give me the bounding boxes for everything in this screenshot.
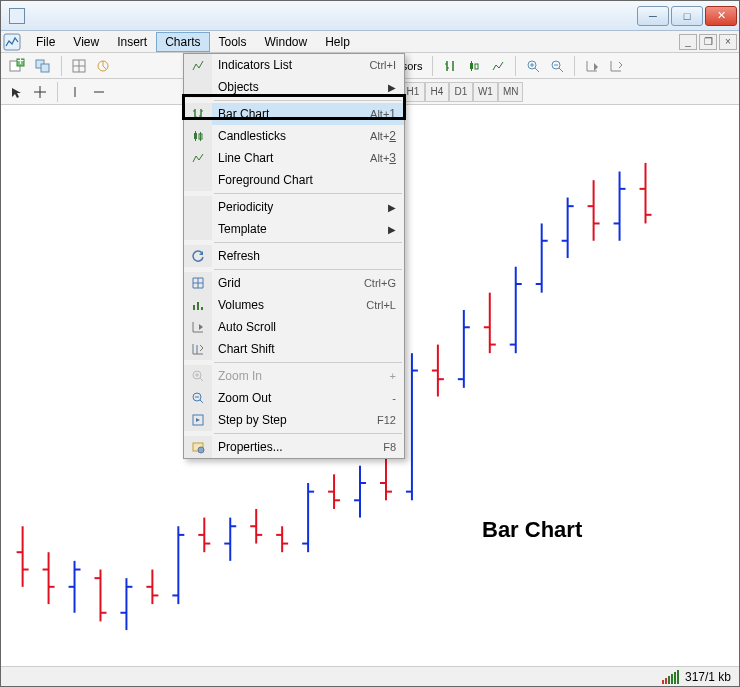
menuitem-indicators-list[interactable]: Indicators ListCtrl+I: [184, 54, 404, 76]
window-titlebar: ─ □ ✕: [1, 1, 739, 31]
refresh-icon: [184, 245, 212, 267]
timeframe-h4[interactable]: H4: [425, 82, 449, 102]
menu-help[interactable]: Help: [316, 32, 359, 52]
svg-line-126: [200, 400, 203, 403]
menuitem-label: Zoom Out: [218, 391, 392, 405]
submenu-arrow-icon: ▶: [388, 202, 396, 213]
properties-icon: [184, 436, 212, 458]
zoom-in-button[interactable]: [522, 55, 544, 77]
connection-text: 317/1 kb: [685, 670, 731, 684]
menuitem-label: Objects: [218, 80, 384, 94]
zoomin-icon: [184, 365, 212, 387]
new-chart-button[interactable]: +: [5, 55, 29, 77]
svg-line-26: [559, 68, 563, 72]
candlesticks-icon: [184, 125, 212, 147]
menu-charts[interactable]: Charts: [156, 32, 209, 52]
menuitem-objects[interactable]: Objects▶: [184, 76, 404, 98]
menuitem-label: Chart Shift: [218, 342, 396, 356]
menuitem-bar-chart[interactable]: Bar ChartAlt+1: [184, 103, 404, 125]
menu-view[interactable]: View: [64, 32, 108, 52]
close-button[interactable]: ✕: [705, 6, 737, 26]
chartshift-toolbtn[interactable]: [605, 55, 627, 77]
autoscroll-toolbtn[interactable]: [581, 55, 603, 77]
menuitem-grid[interactable]: GridCtrl+G: [184, 272, 404, 294]
menuitem-periodicity[interactable]: Periodicity▶: [184, 196, 404, 218]
navigator-button[interactable]: [92, 55, 114, 77]
annotation-label: Bar Chart: [482, 517, 582, 543]
cursor-button[interactable]: [5, 81, 27, 103]
menuitem-label: Line Chart: [218, 151, 370, 165]
menuitem-shortcut: Alt+3: [370, 151, 396, 165]
menuitem-shortcut: -: [392, 392, 396, 404]
menuitem-foreground-chart[interactable]: Foreground Chart: [184, 169, 404, 191]
menu-tools[interactable]: Tools: [210, 32, 256, 52]
volumes-icon: [184, 294, 212, 316]
indicators-icon: [184, 54, 212, 76]
menuitem-shortcut: Alt+1: [370, 107, 396, 121]
menuitem-template[interactable]: Template▶: [184, 218, 404, 240]
profiles-button[interactable]: [31, 55, 55, 77]
blank-icon: [184, 169, 212, 191]
menuitem-line-chart[interactable]: Line ChartAlt+3: [184, 147, 404, 169]
charts-menu-dropdown: Indicators ListCtrl+IObjects▶Bar ChartAl…: [183, 53, 405, 459]
menuitem-label: Refresh: [218, 249, 396, 263]
app-logo-icon: [3, 33, 21, 51]
step-icon: [184, 409, 212, 431]
menuitem-label: Auto Scroll: [218, 320, 396, 334]
svg-line-22: [535, 68, 539, 72]
timeframe-mn[interactable]: MN: [498, 82, 524, 102]
menu-window[interactable]: Window: [256, 32, 317, 52]
menuitem-volumes[interactable]: VolumesCtrl+L: [184, 294, 404, 316]
menuitem-shortcut: +: [390, 370, 396, 382]
status-bar: 317/1 kb: [1, 666, 739, 686]
menuitem-auto-scroll[interactable]: Auto Scroll: [184, 316, 404, 338]
svg-rect-5: [41, 64, 49, 72]
menuitem-refresh[interactable]: Refresh: [184, 245, 404, 267]
hline-button[interactable]: [88, 81, 110, 103]
blank-icon: [184, 218, 212, 240]
submenu-arrow-icon: ▶: [388, 224, 396, 235]
maximize-button[interactable]: □: [671, 6, 703, 26]
mdi-minimize-button[interactable]: _: [679, 34, 697, 50]
chartshift-icon: [184, 338, 212, 360]
candle-toolbtn[interactable]: [463, 55, 485, 77]
zoom-out-button[interactable]: [546, 55, 568, 77]
svg-line-11: [103, 66, 106, 69]
menuitem-label: Candlesticks: [218, 129, 370, 143]
market-watch-button[interactable]: [68, 55, 90, 77]
minimize-button[interactable]: ─: [637, 6, 669, 26]
mdi-restore-button[interactable]: ❐: [699, 34, 717, 50]
menuitem-label: Indicators List: [218, 58, 369, 72]
bar-chart-toolbtn[interactable]: [439, 55, 461, 77]
menuitem-label: Grid: [218, 276, 364, 290]
menu-file[interactable]: File: [27, 32, 64, 52]
menuitem-shortcut: Ctrl+G: [364, 277, 396, 289]
menuitem-chart-shift[interactable]: Chart Shift: [184, 338, 404, 360]
mdi-close-button[interactable]: ×: [719, 34, 737, 50]
zoomout-icon: [184, 387, 212, 409]
grid-icon: [184, 272, 212, 294]
menuitem-label: Step by Step: [218, 413, 377, 427]
svg-line-122: [200, 378, 203, 381]
svg-point-130: [198, 447, 204, 453]
svg-text:+: +: [17, 58, 24, 68]
menuitem-step-by-step[interactable]: Step by StepF12: [184, 409, 404, 431]
timeframe-w1[interactable]: W1: [473, 82, 498, 102]
menuitem-label: Properties...: [218, 440, 383, 454]
menuitem-shortcut: Alt+2: [370, 129, 396, 143]
menu-insert[interactable]: Insert: [108, 32, 156, 52]
menuitem-properties-[interactable]: Properties...F8: [184, 436, 404, 458]
vline-button[interactable]: [64, 81, 86, 103]
timeframe-d1[interactable]: D1: [449, 82, 473, 102]
menuitem-candlesticks[interactable]: CandlesticksAlt+2: [184, 125, 404, 147]
menuitem-label: Template: [218, 222, 384, 236]
line-chart-icon: [184, 147, 212, 169]
line-toolbtn[interactable]: [487, 55, 509, 77]
blank-icon: [184, 76, 212, 98]
crosshair-button[interactable]: [29, 81, 51, 103]
menuitem-shortcut: Ctrl+L: [366, 299, 396, 311]
menuitem-label: Periodicity: [218, 200, 384, 214]
app-icon: [9, 8, 25, 24]
connection-bars-icon: [662, 670, 679, 684]
menuitem-zoom-out[interactable]: Zoom Out-: [184, 387, 404, 409]
